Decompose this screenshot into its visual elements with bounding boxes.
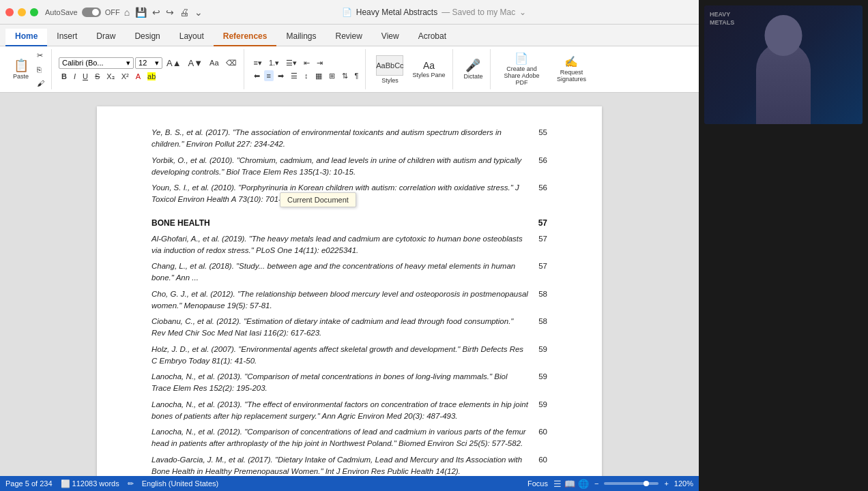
language[interactable]: English (United States) — [142, 479, 219, 488]
align-right-button[interactable]: ➡ — [275, 70, 287, 82]
ref-num: 60 — [528, 426, 547, 450]
edit-mode-icon[interactable]: ✏ — [128, 479, 134, 488]
list-item: Cho, G. J., et al. (2012). "The relation… — [151, 288, 547, 312]
cut-button[interactable]: ✂ — [34, 50, 47, 61]
bold-button[interactable]: B — [59, 71, 70, 82]
tab-draw[interactable]: Draw — [87, 29, 125, 46]
subscript-icon: X₂ — [106, 72, 114, 81]
zoom-plus-button[interactable]: + — [664, 479, 668, 488]
decrease-indent-button[interactable]: ⇤ — [301, 57, 313, 69]
font-group: Calibri (Bo... ▾ 12 ▾ A▲ A▼ Aa ⌫ B I U S… — [55, 49, 244, 89]
paragraph-row: ≡▾ 1.▾ ☰▾ ⇤ ⇥ ⬅ ≡ ➡ ☰ ↕ ▦ ⊞ ⇅ ¶ — [251, 57, 362, 82]
webcam-area: HEAVYMETALS — [704, 5, 863, 124]
font-name-selector[interactable]: Calibri (Bo... ▾ — [59, 57, 134, 69]
strikethrough-button[interactable]: S — [92, 71, 102, 82]
word-count-icon[interactable]: ⬜ — [61, 479, 70, 488]
focus-button[interactable]: Focus — [527, 479, 548, 488]
tab-insert[interactable]: Insert — [47, 29, 87, 46]
increase-font-button[interactable]: A▲ — [164, 57, 184, 70]
shading-icon: ▦ — [315, 72, 322, 80]
doc-title: Heavy Metal Abstracts — [356, 8, 437, 17]
document-area: Ye, B. S., et al. (2017). "The associati… — [0, 93, 699, 491]
zoom-level[interactable]: 120% — [674, 479, 693, 488]
section-header: BONE HEALTH 57 — [151, 218, 547, 228]
web-view-icon[interactable]: 🌐 — [578, 479, 589, 489]
ref-num: 56 — [528, 182, 547, 206]
tab-home[interactable]: Home — [5, 29, 47, 46]
autosave-toggle[interactable] — [82, 8, 101, 17]
paragraph-group: ≡▾ 1.▾ ☰▾ ⇤ ⇥ ⬅ ≡ ➡ ☰ ↕ ▦ ⊞ ⇅ ¶ — [247, 49, 366, 89]
numbering-button[interactable]: 1.▾ — [266, 57, 282, 69]
borders-button[interactable]: ⊞ — [326, 70, 338, 82]
minimize-button[interactable] — [18, 8, 26, 16]
justify-icon: ☰ — [291, 72, 298, 80]
list-item: Lavado-Garcia, J. M., et al. (2017). "Di… — [151, 454, 547, 478]
increase-font-icon: A▲ — [167, 58, 182, 68]
shading-button[interactable]: ▦ — [313, 70, 325, 82]
font-color-icon: A — [136, 72, 141, 80]
doc-chevron-icon[interactable]: ⌄ — [519, 8, 526, 17]
styles-pane-button[interactable]: Aa Styles Pane — [409, 51, 448, 88]
ref-text: Lanocha, N., et al. (2013). "The effect … — [151, 399, 528, 423]
maximize-button[interactable] — [30, 8, 38, 16]
pilcrow-button[interactable]: ¶ — [352, 70, 362, 81]
subscript-button[interactable]: X₂ — [104, 71, 117, 83]
decrease-font-icon: A▼ — [188, 58, 203, 68]
sort-button[interactable]: ⇅ — [339, 70, 351, 82]
format-painter-button[interactable]: 🖌 — [34, 78, 47, 89]
close-button[interactable] — [5, 8, 14, 16]
multilevel-button[interactable]: ☰▾ — [283, 57, 300, 69]
bullets-button[interactable]: ≡▾ — [251, 57, 265, 69]
create-share-adobe-button[interactable]: 📄 Create and Share Adobe PDF — [497, 51, 545, 88]
list-item: Yorbik, O., et al. (2010). "Chromium, ca… — [151, 155, 547, 179]
superscript-button[interactable]: X² — [119, 71, 132, 82]
tab-references[interactable]: References — [214, 29, 277, 46]
tab-mailings[interactable]: Mailings — [276, 29, 326, 46]
home-icon[interactable]: ⌂ — [124, 7, 130, 18]
increase-indent-button[interactable]: ⇥ — [314, 57, 326, 69]
tab-review[interactable]: Review — [326, 29, 372, 46]
justify-button[interactable]: ☰ — [288, 70, 300, 82]
doc-file-icon: 📄 — [342, 8, 352, 17]
align-center-button[interactable]: ≡ — [264, 70, 274, 81]
ref-text: Yorbik, O., et al. (2010). "Chromium, ca… — [151, 155, 528, 179]
settings-icon[interactable]: ⌄ — [194, 7, 203, 18]
tab-acrobat[interactable]: Acrobat — [409, 29, 456, 46]
redo-icon[interactable]: ↪ — [166, 7, 174, 18]
copy-icon: ⎘ — [37, 65, 42, 74]
tab-layout[interactable]: Layout — [170, 29, 214, 46]
list-item: Lanocha, N., et al. (2013). "The effect … — [151, 399, 547, 423]
cut-icon: ✂ — [37, 51, 43, 60]
zoom-slider[interactable] — [604, 482, 659, 485]
save-icon[interactable]: 💾 — [135, 7, 147, 18]
tab-design[interactable]: Design — [125, 29, 169, 46]
copy-button[interactable]: ⎘ — [34, 64, 47, 75]
font-size-selector[interactable]: 12 ▾ — [135, 57, 162, 69]
decrease-font-button[interactable]: A▼ — [186, 57, 206, 70]
webcam-feed: HEAVYMETALS — [704, 5, 863, 124]
line-spacing-button[interactable]: ↕ — [302, 70, 311, 81]
page-view-icon[interactable]: ☰ — [553, 479, 562, 489]
clear-format-button[interactable]: ⌫ — [223, 57, 240, 69]
format-painter-icon: 🖌 — [37, 79, 44, 87]
highlight-button[interactable]: ab — [145, 71, 158, 82]
align-left-button[interactable]: ⬅ — [251, 70, 263, 82]
ref-text: Chang, L., et al. (2018). "Study... betw… — [151, 261, 528, 284]
doc-save-state: — Saved to my Mac — [442, 8, 515, 17]
page-container: Ye, B. S., et al. (2017). "The associati… — [97, 106, 602, 491]
underline-button[interactable]: U — [80, 71, 91, 82]
read-view-icon[interactable]: 📖 — [564, 479, 575, 489]
font-color-button[interactable]: A — [133, 71, 143, 82]
change-case-button[interactable]: Aa — [207, 57, 221, 68]
italic-button[interactable]: I — [71, 71, 78, 82]
dictate-button[interactable]: 🎤 Dictate — [460, 51, 486, 88]
request-signatures-button[interactable]: ✍ Request Signatures — [547, 51, 595, 88]
tab-view[interactable]: View — [372, 29, 409, 46]
paste-button[interactable]: 📋 Paste — [10, 51, 32, 88]
list-item: Al-Ghofari, A., et al. (2019). "The heav… — [151, 233, 547, 257]
zoom-minus-button[interactable]: − — [594, 479, 598, 488]
styles-button[interactable]: AaBbCc Styles — [373, 51, 407, 88]
print-icon[interactable]: 🖨 — [179, 7, 189, 18]
undo-icon[interactable]: ↩ — [152, 7, 160, 18]
ref-text: Ciobanu, C., et al. (2012). "Estimation … — [151, 316, 528, 340]
